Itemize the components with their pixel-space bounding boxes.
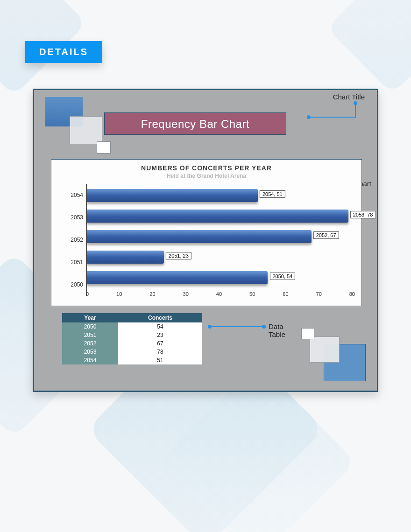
- chart-heading: NUMBERS OF CONCERTS PER YEAR: [58, 164, 355, 172]
- bar-row: 2051, 23: [87, 248, 355, 266]
- annotation-label: Chart Title: [333, 93, 365, 101]
- annotation-chart-title: Chart Title: [333, 93, 365, 101]
- details-tab: DETAILS: [25, 41, 102, 63]
- y-tick: 2052: [71, 237, 83, 243]
- y-tick: 2053: [71, 214, 83, 221]
- bars-area: 2054, 512053, 782052, 672051, 232050, 54: [86, 184, 355, 296]
- y-tick: 2050: [71, 281, 83, 288]
- table-row: 205267: [62, 339, 202, 348]
- panel-decoration-top-left: [45, 97, 83, 126]
- y-tick: 2051: [71, 259, 83, 266]
- bar-data-label: 2051, 23: [166, 252, 191, 259]
- table-row: 205451: [62, 356, 202, 364]
- bar-row: 2053, 78: [87, 207, 355, 225]
- x-tick: 50: [249, 291, 255, 297]
- annotation-label: Data Table: [269, 322, 285, 338]
- svg-point-7: [262, 325, 266, 329]
- svg-point-1: [307, 115, 311, 119]
- x-tick: 80: [349, 291, 355, 297]
- table-row: 205378: [62, 348, 202, 356]
- chart-subheading: Held at the Grand Hotel Arena: [58, 173, 355, 179]
- chart-main-title: Frequency Bar Chart: [104, 112, 286, 135]
- x-tick: 0: [86, 291, 89, 297]
- table-row: 205054: [62, 322, 202, 331]
- x-axis: 0 10 20 30 40 50 60 70 80: [86, 291, 355, 297]
- bar: 2052, 67: [87, 230, 312, 243]
- x-tick: 60: [283, 291, 288, 297]
- x-tick: 10: [116, 291, 122, 297]
- bar-row: 2054, 51: [87, 187, 355, 204]
- bar-plot: 2054 2053 2052 2051 2050 2054, 512053, 7…: [58, 184, 355, 296]
- chart-container: NUMBERS OF CONCERTS PER YEAR Held at the…: [51, 159, 362, 306]
- bar: 2051, 23: [87, 251, 164, 264]
- bar-data-label: 2053, 78: [350, 211, 376, 218]
- bar-row: 2052, 67: [87, 228, 355, 245]
- x-tick: 30: [183, 291, 189, 297]
- bar: 2054, 51: [87, 189, 258, 202]
- bar-data-label: 2054, 51: [260, 190, 285, 198]
- y-axis: 2054 2053 2052 2051 2050: [58, 184, 86, 296]
- bar: 2050, 54: [87, 271, 268, 284]
- table-header-year: Year: [62, 313, 118, 322]
- svg-point-0: [354, 101, 357, 105]
- table-row: 205123: [62, 331, 202, 339]
- x-tick: 40: [216, 291, 222, 297]
- svg-point-6: [208, 325, 212, 329]
- y-tick: 2054: [71, 192, 83, 198]
- bar-data-label: 2050, 54: [269, 273, 295, 280]
- data-table: Year Concerts 205054 205123 205267 20537…: [62, 313, 202, 364]
- table-header-row: Year Concerts: [62, 313, 202, 322]
- x-tick: 20: [149, 291, 155, 297]
- x-tick: 70: [316, 291, 322, 297]
- bar-data-label: 2052, 67: [313, 231, 339, 239]
- bar-row: 2050, 54: [87, 269, 355, 287]
- bar: 2053, 78: [87, 210, 348, 223]
- bg-decoration: [326, 0, 411, 94]
- table-header-concerts: Concerts: [118, 313, 202, 322]
- template-panel: Frequency Bar Chart Chart Title Chart NU…: [33, 89, 378, 392]
